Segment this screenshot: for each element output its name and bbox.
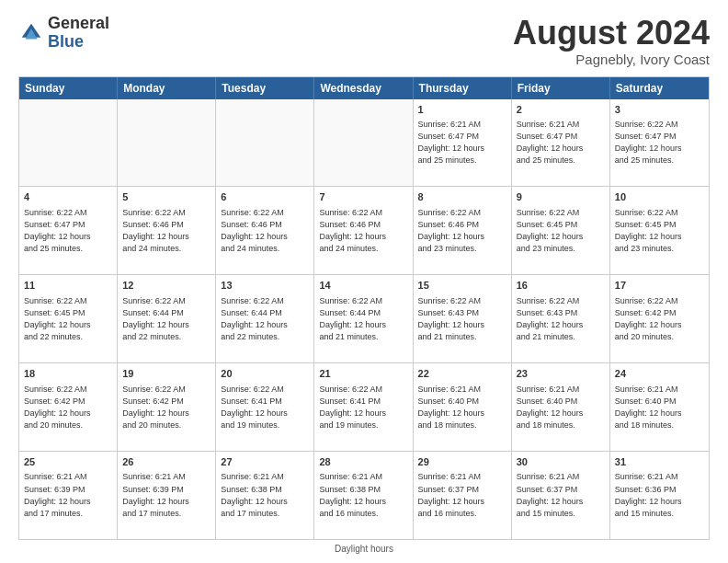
- cal-day-18: 18Sunrise: 6:22 AM Sunset: 6:42 PM Dayli…: [19, 363, 118, 451]
- day-number: 3: [615, 103, 704, 117]
- title-block: August 2024 Pagnebly, Ivory Coast: [513, 15, 710, 67]
- cal-day-23: 23Sunrise: 6:21 AM Sunset: 6:40 PM Dayli…: [512, 363, 610, 451]
- day-header-saturday: Saturday: [610, 77, 709, 99]
- day-number: 6: [221, 190, 309, 204]
- day-number: 21: [319, 367, 407, 381]
- day-header-monday: Monday: [118, 77, 216, 99]
- cal-day-13: 13Sunrise: 6:22 AM Sunset: 6:44 PM Dayli…: [216, 275, 314, 362]
- day-info: Sunrise: 6:21 AM Sunset: 6:40 PM Dayligh…: [615, 384, 704, 431]
- cal-day-19: 19Sunrise: 6:22 AM Sunset: 6:42 PM Dayli…: [118, 363, 216, 451]
- day-number: 2: [517, 103, 605, 117]
- day-info: Sunrise: 6:21 AM Sunset: 6:37 PM Dayligh…: [517, 471, 605, 519]
- daylight-label: Daylight hours: [335, 544, 393, 554]
- calendar-header-row: SundayMondayTuesdayWednesdayThursdayFrid…: [19, 77, 709, 99]
- cal-empty-0-0: [19, 99, 118, 187]
- day-info: Sunrise: 6:22 AM Sunset: 6:46 PM Dayligh…: [122, 207, 210, 255]
- day-info: Sunrise: 6:22 AM Sunset: 6:43 PM Dayligh…: [418, 295, 506, 343]
- day-info: Sunrise: 6:22 AM Sunset: 6:41 PM Dayligh…: [221, 384, 309, 431]
- day-info: Sunrise: 6:22 AM Sunset: 6:47 PM Dayligh…: [24, 207, 112, 255]
- day-number: 15: [418, 279, 506, 293]
- day-info: Sunrise: 6:22 AM Sunset: 6:46 PM Dayligh…: [221, 207, 309, 255]
- cal-day-21: 21Sunrise: 6:22 AM Sunset: 6:41 PM Dayli…: [314, 363, 413, 451]
- day-number: 19: [122, 367, 210, 381]
- cal-week-1: 1Sunrise: 6:21 AM Sunset: 6:47 PM Daylig…: [19, 99, 709, 188]
- cal-day-26: 26Sunrise: 6:21 AM Sunset: 6:39 PM Dayli…: [118, 452, 216, 539]
- page: General Blue August 2024 Pagnebly, Ivory…: [0, 0, 728, 563]
- day-number: 5: [122, 190, 210, 204]
- day-number: 24: [615, 367, 704, 381]
- cal-day-5: 5Sunrise: 6:22 AM Sunset: 6:46 PM Daylig…: [118, 187, 216, 274]
- logo-icon: [18, 20, 44, 46]
- cal-empty-0-3: [314, 99, 413, 187]
- day-info: Sunrise: 6:22 AM Sunset: 6:43 PM Dayligh…: [517, 295, 605, 343]
- day-number: 12: [122, 279, 210, 293]
- header: General Blue August 2024 Pagnebly, Ivory…: [18, 15, 710, 67]
- day-header-sunday: Sunday: [19, 77, 118, 99]
- cal-day-31: 31Sunrise: 6:21 AM Sunset: 6:36 PM Dayli…: [610, 452, 709, 539]
- cal-day-2: 2Sunrise: 6:21 AM Sunset: 6:47 PM Daylig…: [512, 99, 610, 187]
- cal-day-16: 16Sunrise: 6:22 AM Sunset: 6:43 PM Dayli…: [512, 275, 610, 362]
- day-number: 20: [221, 367, 309, 381]
- day-number: 11: [24, 279, 112, 293]
- day-number: 28: [319, 455, 407, 469]
- day-info: Sunrise: 6:22 AM Sunset: 6:42 PM Dayligh…: [615, 295, 704, 343]
- cal-week-5: 25Sunrise: 6:21 AM Sunset: 6:39 PM Dayli…: [19, 452, 709, 539]
- day-header-friday: Friday: [512, 77, 610, 99]
- cal-day-12: 12Sunrise: 6:22 AM Sunset: 6:44 PM Dayli…: [118, 275, 216, 362]
- day-number: 16: [517, 279, 605, 293]
- day-number: 7: [319, 190, 407, 204]
- location: Pagnebly, Ivory Coast: [513, 52, 710, 67]
- cal-day-24: 24Sunrise: 6:21 AM Sunset: 6:40 PM Dayli…: [610, 363, 709, 451]
- day-header-tuesday: Tuesday: [216, 77, 314, 99]
- day-number: 13: [221, 279, 309, 293]
- day-number: 10: [615, 190, 704, 204]
- cal-day-4: 4Sunrise: 6:22 AM Sunset: 6:47 PM Daylig…: [19, 187, 118, 274]
- month-title: August 2024: [513, 15, 710, 52]
- day-number: 23: [517, 367, 605, 381]
- cal-day-7: 7Sunrise: 6:22 AM Sunset: 6:46 PM Daylig…: [314, 187, 413, 274]
- day-number: 4: [24, 190, 112, 204]
- cal-week-2: 4Sunrise: 6:22 AM Sunset: 6:47 PM Daylig…: [19, 187, 709, 275]
- day-number: 30: [517, 455, 605, 469]
- cal-empty-0-1: [118, 99, 216, 187]
- logo-general: General: [48, 15, 109, 33]
- day-info: Sunrise: 6:22 AM Sunset: 6:45 PM Dayligh…: [517, 207, 605, 255]
- day-number: 17: [615, 279, 704, 293]
- cal-week-4: 18Sunrise: 6:22 AM Sunset: 6:42 PM Dayli…: [19, 363, 709, 452]
- day-info: Sunrise: 6:21 AM Sunset: 6:47 PM Dayligh…: [418, 119, 506, 167]
- cal-day-10: 10Sunrise: 6:22 AM Sunset: 6:45 PM Dayli…: [610, 187, 709, 274]
- day-number: 8: [418, 190, 506, 204]
- cal-day-14: 14Sunrise: 6:22 AM Sunset: 6:44 PM Dayli…: [314, 275, 413, 362]
- day-number: 22: [418, 367, 506, 381]
- cal-day-8: 8Sunrise: 6:22 AM Sunset: 6:46 PM Daylig…: [414, 187, 512, 274]
- day-info: Sunrise: 6:22 AM Sunset: 6:46 PM Dayligh…: [319, 207, 407, 255]
- cal-day-17: 17Sunrise: 6:22 AM Sunset: 6:42 PM Dayli…: [610, 275, 709, 362]
- day-number: 27: [221, 455, 309, 469]
- day-number: 26: [122, 455, 210, 469]
- day-info: Sunrise: 6:22 AM Sunset: 6:41 PM Dayligh…: [319, 384, 407, 431]
- day-info: Sunrise: 6:21 AM Sunset: 6:47 PM Dayligh…: [517, 119, 605, 167]
- logo-blue: Blue: [48, 33, 109, 52]
- cal-day-9: 9Sunrise: 6:22 AM Sunset: 6:45 PM Daylig…: [512, 187, 610, 274]
- day-info: Sunrise: 6:22 AM Sunset: 6:44 PM Dayligh…: [221, 295, 309, 343]
- footer-note: Daylight hours: [18, 544, 710, 554]
- day-header-thursday: Thursday: [414, 77, 512, 99]
- cal-empty-0-2: [216, 99, 314, 187]
- day-number: 25: [24, 455, 112, 469]
- day-info: Sunrise: 6:22 AM Sunset: 6:46 PM Dayligh…: [418, 207, 506, 255]
- cal-day-25: 25Sunrise: 6:21 AM Sunset: 6:39 PM Dayli…: [19, 452, 118, 539]
- logo: General Blue: [18, 15, 109, 52]
- day-info: Sunrise: 6:22 AM Sunset: 6:47 PM Dayligh…: [615, 119, 704, 167]
- day-number: 1: [418, 103, 506, 117]
- day-info: Sunrise: 6:21 AM Sunset: 6:40 PM Dayligh…: [418, 384, 506, 431]
- day-info: Sunrise: 6:22 AM Sunset: 6:42 PM Dayligh…: [122, 384, 210, 431]
- day-number: 29: [418, 455, 506, 469]
- day-number: 9: [517, 190, 605, 204]
- day-info: Sunrise: 6:21 AM Sunset: 6:38 PM Dayligh…: [221, 471, 309, 519]
- day-number: 31: [615, 455, 704, 469]
- day-info: Sunrise: 6:21 AM Sunset: 6:38 PM Dayligh…: [319, 471, 407, 519]
- day-info: Sunrise: 6:22 AM Sunset: 6:44 PM Dayligh…: [319, 295, 407, 343]
- cal-day-6: 6Sunrise: 6:22 AM Sunset: 6:46 PM Daylig…: [216, 187, 314, 274]
- day-number: 14: [319, 279, 407, 293]
- day-info: Sunrise: 6:21 AM Sunset: 6:39 PM Dayligh…: [24, 471, 112, 519]
